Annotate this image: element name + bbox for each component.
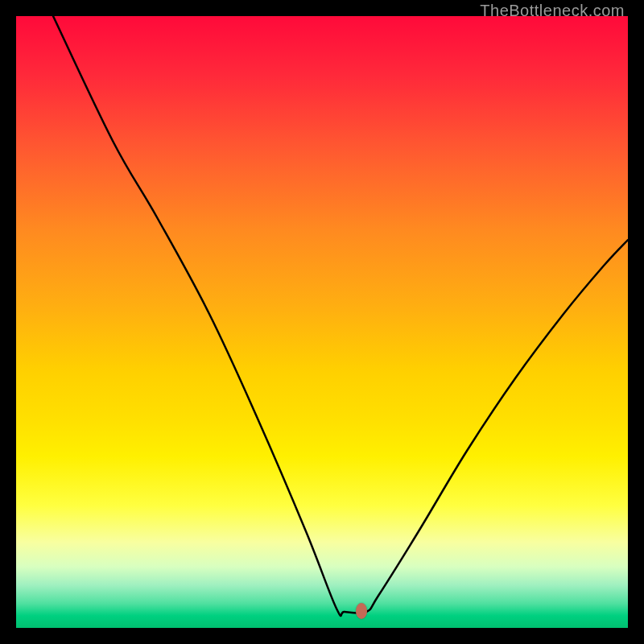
- chart-frame: TheBottleneck.com: [0, 0, 644, 644]
- bottleneck-curve: [16, 16, 628, 628]
- optimum-marker: [356, 603, 367, 619]
- plot-area: [16, 16, 628, 628]
